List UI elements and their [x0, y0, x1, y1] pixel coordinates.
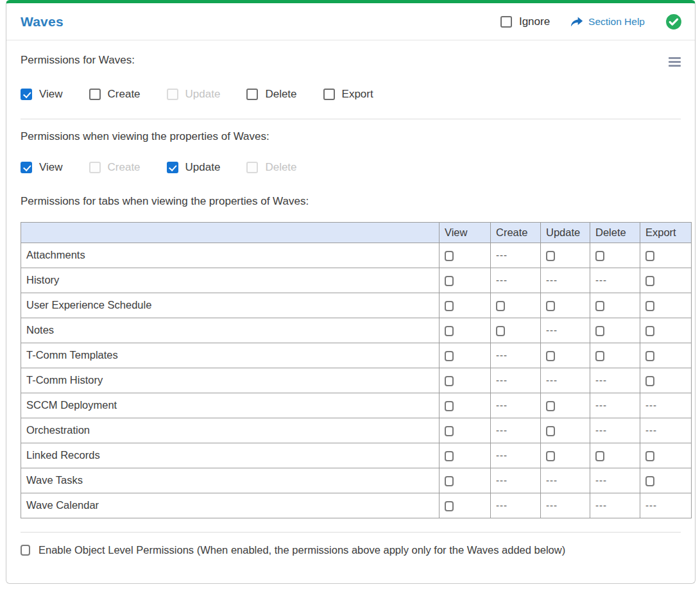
permission-cell[interactable]	[541, 293, 590, 318]
main-export-option[interactable]: Export	[323, 88, 373, 101]
checkbox-label: View	[39, 88, 63, 101]
user-experience-schedule-view-checkbox[interactable]	[445, 301, 454, 311]
t-comm-templates-export-checkbox[interactable]	[645, 351, 654, 361]
main-view-option[interactable]: View	[21, 88, 63, 101]
section-help-link[interactable]: Section Help	[570, 16, 645, 28]
permission-cell: ---	[590, 268, 640, 293]
user-experience-schedule-create-checkbox[interactable]	[496, 301, 505, 311]
permission-cell[interactable]	[590, 318, 640, 343]
permission-cell[interactable]	[440, 418, 491, 443]
enable-object-level-permissions-checkbox[interactable]	[21, 545, 30, 556]
main-delete-option[interactable]: Delete	[246, 88, 296, 101]
attachments-view-checkbox[interactable]	[445, 251, 454, 261]
permission-cell[interactable]	[590, 293, 640, 318]
properties-view-checkbox[interactable]	[21, 162, 32, 173]
section-body: Permissions for Waves: ViewCreateUpdateD…	[6, 40, 695, 556]
orchestration-update-checkbox[interactable]	[546, 426, 555, 436]
permission-cell[interactable]	[541, 243, 590, 268]
permission-cell[interactable]	[640, 443, 692, 468]
properties-update-option[interactable]: Update	[167, 161, 221, 174]
main-create-option[interactable]: Create	[89, 88, 141, 101]
permission-cell[interactable]	[541, 418, 590, 443]
permission-cell[interactable]	[640, 343, 692, 368]
main-export-checkbox[interactable]	[323, 89, 335, 100]
user-experience-schedule-export-checkbox[interactable]	[645, 301, 654, 311]
permissions-main-group: ViewCreateUpdateDeleteExport	[21, 88, 681, 101]
tab-name-cell: Orchestration	[21, 418, 440, 443]
permission-cell[interactable]	[541, 343, 590, 368]
attachments-delete-checkbox[interactable]	[595, 251, 604, 261]
linked-records-export-checkbox[interactable]	[645, 451, 654, 461]
ignore-option[interactable]: Ignore	[500, 15, 550, 28]
user-experience-schedule-update-checkbox[interactable]	[546, 301, 555, 311]
permission-cell[interactable]	[440, 343, 491, 368]
sccm-deployment-view-checkbox[interactable]	[445, 401, 454, 411]
linked-records-update-checkbox[interactable]	[546, 451, 555, 461]
permission-cell[interactable]	[590, 443, 640, 468]
wave-tasks-view-checkbox[interactable]	[445, 476, 454, 486]
notes-create-checkbox[interactable]	[496, 326, 505, 336]
permission-cell[interactable]	[590, 343, 640, 368]
not-applicable-dash: ---	[496, 450, 508, 461]
permission-cell[interactable]	[541, 443, 590, 468]
permission-cell[interactable]	[640, 318, 692, 343]
properties-view-option[interactable]: View	[21, 161, 63, 174]
permission-cell[interactable]	[491, 293, 541, 318]
tab-name-cell: T-Comm History	[21, 368, 440, 393]
permission-cell[interactable]	[640, 268, 692, 293]
permission-cell[interactable]	[590, 243, 640, 268]
t-comm-history-export-checkbox[interactable]	[645, 376, 654, 386]
permission-cell: ---	[491, 343, 541, 368]
wave-calendar-view-checkbox[interactable]	[445, 501, 454, 511]
permission-cell[interactable]	[440, 493, 491, 518]
main-delete-checkbox[interactable]	[246, 89, 258, 100]
permission-cell[interactable]	[640, 468, 692, 493]
permission-cell: ---	[491, 243, 541, 268]
permission-cell[interactable]	[440, 243, 491, 268]
t-comm-templates-view-checkbox[interactable]	[445, 351, 454, 361]
history-view-checkbox[interactable]	[445, 276, 454, 286]
permission-cell[interactable]	[440, 368, 491, 393]
wave-tasks-export-checkbox[interactable]	[645, 476, 654, 486]
not-applicable-dash: ---	[496, 350, 508, 361]
notes-view-checkbox[interactable]	[445, 326, 454, 336]
notes-delete-checkbox[interactable]	[595, 326, 604, 336]
permission-cell[interactable]	[440, 318, 491, 343]
main-create-checkbox[interactable]	[89, 89, 101, 100]
main-view-checkbox[interactable]	[21, 89, 32, 100]
t-comm-templates-update-checkbox[interactable]	[546, 351, 555, 361]
forward-arrow-icon	[570, 16, 583, 27]
permission-cell: ---	[590, 393, 640, 418]
permission-cell[interactable]	[440, 468, 491, 493]
ignore-checkbox[interactable]	[500, 16, 512, 28]
section-complete-icon	[665, 13, 682, 30]
menu-icon[interactable]	[669, 54, 681, 70]
notes-export-checkbox[interactable]	[645, 326, 654, 336]
attachments-export-checkbox[interactable]	[645, 251, 654, 261]
t-comm-history-view-checkbox[interactable]	[445, 376, 454, 386]
enable-object-level-permissions-option[interactable]: Enable Object Level Permissions (When en…	[21, 544, 681, 556]
permission-cell[interactable]	[440, 268, 491, 293]
permission-cell[interactable]	[640, 243, 692, 268]
tab-name-cell: Linked Records	[21, 443, 440, 468]
permission-cell[interactable]	[640, 368, 692, 393]
permission-cell[interactable]	[440, 293, 491, 318]
tab-name-cell: SCCM Deployment	[21, 393, 440, 418]
permission-cell[interactable]	[440, 443, 491, 468]
t-comm-templates-delete-checkbox[interactable]	[595, 351, 604, 361]
permission-cell[interactable]	[440, 393, 491, 418]
user-experience-schedule-delete-checkbox[interactable]	[595, 301, 604, 311]
history-export-checkbox[interactable]	[645, 276, 654, 286]
permission-cell[interactable]	[541, 393, 590, 418]
sccm-deployment-update-checkbox[interactable]	[546, 401, 555, 411]
attachments-update-checkbox[interactable]	[546, 251, 555, 261]
linked-records-delete-checkbox[interactable]	[595, 451, 604, 461]
permission-cell[interactable]	[491, 318, 541, 343]
permission-cell[interactable]	[640, 293, 692, 318]
orchestration-view-checkbox[interactable]	[445, 426, 454, 436]
checkbox-label: Create	[108, 161, 141, 174]
checkbox-label: Export	[342, 88, 373, 101]
table-row: SCCM Deployment---------	[21, 393, 692, 418]
linked-records-view-checkbox[interactable]	[445, 451, 454, 461]
properties-update-checkbox[interactable]	[167, 162, 178, 173]
